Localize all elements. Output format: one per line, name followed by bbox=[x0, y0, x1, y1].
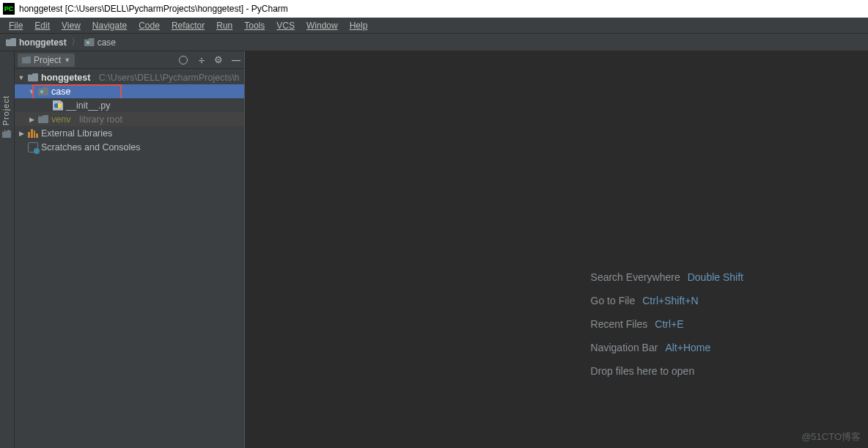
chevron-down-icon: ▼ bbox=[18, 74, 25, 81]
breadcrumb: honggetest 〉 case bbox=[0, 34, 868, 51]
breadcrumb-case[interactable]: case bbox=[98, 37, 116, 48]
project-view-selector[interactable]: Project ▼ bbox=[18, 54, 75, 67]
menu-refactor[interactable]: Refactor bbox=[166, 21, 210, 31]
breadcrumb-root[interactable]: honggetest bbox=[19, 37, 67, 48]
menu-edit[interactable]: Edit bbox=[29, 21, 56, 31]
action-tips: Search Everywhere Double Shift Go to Fil… bbox=[591, 271, 743, 377]
tip-shortcut: Ctrl+E bbox=[655, 318, 683, 330]
project-pane-header-icons: ÷ bbox=[178, 55, 241, 65]
menu-view[interactable]: View bbox=[56, 21, 87, 31]
tree-root-name: honggetest bbox=[41, 73, 90, 83]
collapse-all-icon[interactable]: ÷ bbox=[196, 55, 206, 65]
scratches-icon bbox=[28, 142, 38, 153]
tree-item-case[interactable]: ▼ case bbox=[15, 84, 244, 98]
main-area: 1: Project Project ▼ ÷ ▼ honggetest C:\U bbox=[0, 51, 868, 448]
folder-icon bbox=[28, 73, 38, 81]
tip-label: Drop files here to open bbox=[591, 365, 695, 377]
project-pane-header: Project ▼ ÷ bbox=[15, 51, 244, 69]
menu-file[interactable]: File bbox=[3, 21, 29, 31]
tip-shortcut: Ctrl+Shift+N bbox=[642, 295, 698, 306]
tree-item-external-libraries[interactable]: ▶ External Libraries bbox=[15, 126, 244, 140]
menu-code[interactable]: Code bbox=[133, 21, 166, 31]
gear-icon[interactable] bbox=[213, 55, 224, 65]
tip-label: Recent Files bbox=[591, 318, 648, 330]
tree-root[interactable]: ▼ honggetest C:\Users\DELL\PycharmProjec… bbox=[15, 70, 244, 84]
menu-bar: File Edit View Navigate Code Refactor Ru… bbox=[0, 18, 868, 34]
left-tool-strip: 1: Project bbox=[0, 51, 15, 448]
tree-item-label: venv bbox=[51, 114, 70, 125]
chevron-right-icon: ▶ bbox=[18, 130, 25, 137]
tree-root-path: C:\Users\DELL\PycharmProjects\h bbox=[99, 73, 240, 83]
chevron-right-icon: ▶ bbox=[28, 116, 35, 123]
tip-nav-bar: Navigation Bar Alt+Home bbox=[591, 342, 743, 353]
tree-item-label: case bbox=[51, 87, 70, 97]
tree-item-venv[interactable]: ▶ venv library root bbox=[15, 112, 244, 126]
pycharm-app-icon: PC bbox=[3, 3, 15, 15]
editor-area[interactable]: Search Everywhere Double Shift Go to Fil… bbox=[245, 51, 868, 448]
hide-button-icon[interactable] bbox=[231, 55, 241, 65]
tree-item-scratches[interactable]: Scratches and Consoles bbox=[15, 140, 244, 154]
tree-item-init[interactable]: __init__.py bbox=[15, 98, 244, 112]
tree-item-label: External Libraries bbox=[41, 128, 112, 139]
tip-go-to-file: Go to File Ctrl+Shift+N bbox=[591, 295, 743, 306]
tree-item-label: Scratches and Consoles bbox=[41, 142, 141, 153]
project-pane-title: Project bbox=[34, 55, 61, 65]
menu-run[interactable]: Run bbox=[210, 21, 238, 31]
tip-label: Go to File bbox=[591, 295, 636, 306]
menu-window[interactable]: Window bbox=[301, 21, 344, 31]
tip-shortcut: Double Shift bbox=[688, 271, 743, 283]
watermark: @51CTO博客 bbox=[801, 430, 861, 444]
tip-recent-files: Recent Files Ctrl+E bbox=[591, 318, 743, 330]
libraries-icon bbox=[28, 129, 38, 138]
tip-search-everywhere: Search Everywhere Double Shift bbox=[591, 271, 743, 283]
project-tool-window: Project ▼ ÷ ▼ honggetest C:\Users\DELL\P… bbox=[15, 51, 245, 448]
folder-icon bbox=[22, 56, 31, 64]
tip-drop-files: Drop files here to open bbox=[591, 365, 743, 377]
tip-label: Navigation Bar bbox=[591, 342, 658, 353]
folder-icon bbox=[2, 131, 11, 138]
chevron-down-icon: ▼ bbox=[64, 56, 70, 64]
chevron-down-icon: ▼ bbox=[28, 88, 35, 95]
menu-tools[interactable]: Tools bbox=[238, 21, 271, 31]
tip-label: Search Everywhere bbox=[591, 271, 680, 283]
folder-icon bbox=[38, 115, 48, 123]
tree-item-label: __init__.py bbox=[66, 100, 110, 111]
locate-file-icon[interactable] bbox=[178, 55, 188, 65]
tip-shortcut: Alt+Home bbox=[665, 342, 710, 353]
python-file-icon bbox=[53, 100, 63, 111]
chevron-right-icon: 〉 bbox=[70, 36, 81, 48]
window-titlebar: PC honggetest [C:\Users\DELL\PycharmProj… bbox=[0, 0, 868, 18]
package-folder-icon bbox=[84, 38, 95, 46]
menu-navigate[interactable]: Navigate bbox=[87, 21, 133, 31]
project-tree: ▼ honggetest C:\Users\DELL\PycharmProjec… bbox=[15, 69, 244, 154]
package-folder-icon bbox=[38, 87, 48, 95]
menu-vcs[interactable]: VCS bbox=[271, 21, 301, 31]
window-title: honggetest [C:\Users\DELL\PycharmProject… bbox=[19, 4, 288, 14]
menu-help[interactable]: Help bbox=[344, 21, 374, 31]
folder-icon bbox=[6, 38, 16, 46]
tree-item-hint: library root bbox=[79, 114, 122, 125]
